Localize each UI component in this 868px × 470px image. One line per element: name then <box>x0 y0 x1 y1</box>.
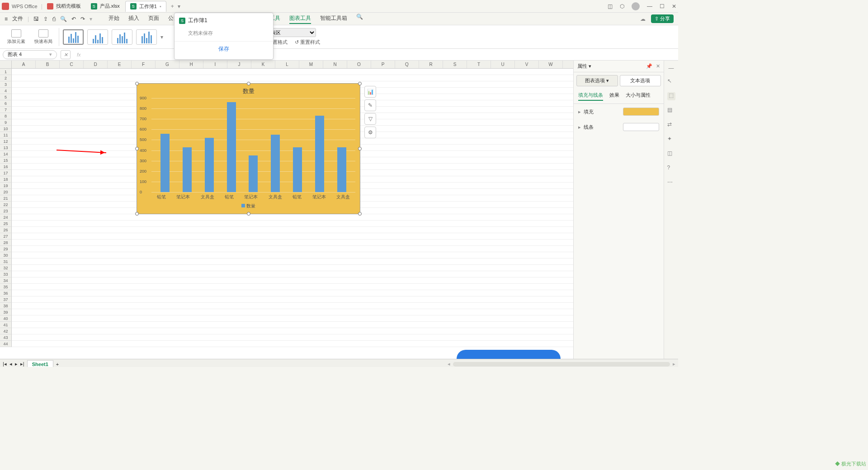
row-header[interactable]: 33 <box>0 271 12 277</box>
row-header[interactable]: 9 <box>0 119 12 126</box>
chart-elements-icon[interactable]: 📊 <box>364 86 376 98</box>
row-header[interactable]: 39 <box>0 309 12 315</box>
fill-line-tab[interactable]: 填充与线条 <box>578 92 603 101</box>
resize-handle[interactable] <box>358 147 362 150</box>
col-header[interactable]: P <box>371 61 395 68</box>
print-icon[interactable]: ⎙ <box>52 16 56 22</box>
row-header[interactable]: 27 <box>0 233 12 240</box>
tab-menu-icon[interactable]: • <box>160 4 161 9</box>
add-element-button[interactable]: 添加元素 <box>5 29 28 45</box>
more-icon[interactable]: ▾ <box>90 16 92 22</box>
bar[interactable] <box>271 135 280 192</box>
row-header[interactable]: 44 <box>0 341 12 347</box>
chart-filter-icon[interactable]: ▽ <box>364 113 376 125</box>
row-header[interactable]: 26 <box>0 227 12 233</box>
row-header[interactable]: 32 <box>0 265 12 271</box>
name-box[interactable]: 图表 4▾ <box>3 50 57 59</box>
bar[interactable] <box>337 147 346 192</box>
col-header[interactable]: C <box>60 61 84 68</box>
row-header[interactable]: 17 <box>0 170 12 176</box>
bar[interactable] <box>315 116 324 192</box>
resize-handle[interactable] <box>247 82 250 85</box>
col-header[interactable]: T <box>467 61 491 68</box>
close-panel-icon[interactable]: ✕ <box>656 63 660 69</box>
resize-handle[interactable] <box>247 212 250 216</box>
col-header[interactable]: R <box>419 61 443 68</box>
redo-icon[interactable]: ↷ <box>80 16 85 22</box>
row-header[interactable]: 12 <box>0 138 12 145</box>
sheet-next-icon[interactable]: ▸ <box>15 361 18 367</box>
row-header[interactable]: 22 <box>0 202 12 208</box>
tab-chart-tools[interactable]: 图表工具 <box>289 14 311 24</box>
row-header[interactable]: 3 <box>0 81 12 88</box>
row-header[interactable]: 37 <box>0 296 12 303</box>
expand-icon[interactable]: ▸ <box>578 124 581 130</box>
col-header[interactable]: S <box>443 61 467 68</box>
col-header[interactable]: H <box>179 61 203 68</box>
tab-start[interactable]: 开始 <box>108 14 119 24</box>
chart-style-4[interactable] <box>136 29 157 45</box>
chart-title[interactable]: 数量 <box>137 84 360 97</box>
doc-tab-workbook1[interactable]: S 工作簿1 • <box>125 1 166 12</box>
row-header[interactable]: 5 <box>0 94 12 100</box>
row-header[interactable]: 11 <box>0 132 12 138</box>
bar[interactable] <box>249 155 258 192</box>
more-icon[interactable]: ⋯ <box>667 179 675 187</box>
chart-style-1[interactable] <box>63 29 84 45</box>
tab-list-icon[interactable]: ▾ <box>178 3 180 9</box>
col-header[interactable]: K <box>251 61 275 68</box>
row-header[interactable]: 20 <box>0 189 12 195</box>
sheet-last-icon[interactable]: ▸| <box>20 361 24 367</box>
row-header[interactable]: 7 <box>0 107 12 113</box>
export-icon[interactable]: ⇪ <box>43 16 48 22</box>
resize-handle[interactable] <box>135 82 139 85</box>
col-header[interactable]: O <box>347 61 371 68</box>
row-header[interactable]: 15 <box>0 157 12 164</box>
hamburger-icon[interactable]: ≡ <box>5 16 8 22</box>
row-header[interactable]: 36 <box>0 290 12 296</box>
row-header[interactable]: 29 <box>0 246 12 252</box>
select-all-corner[interactable] <box>0 61 12 68</box>
settings-icon[interactable]: ⬚ <box>667 92 675 100</box>
tools-icon[interactable]: ✦ <box>667 136 675 144</box>
col-header[interactable]: L <box>275 61 299 68</box>
row-header[interactable]: 2 <box>0 75 12 81</box>
line-style-picker[interactable] <box>623 123 659 131</box>
minimize-button[interactable]: — <box>647 3 652 9</box>
new-tab-button[interactable]: + <box>167 3 178 9</box>
row-header[interactable]: 35 <box>0 284 12 290</box>
row-header[interactable]: 34 <box>0 277 12 284</box>
row-header[interactable]: 8 <box>0 113 12 119</box>
hscroll-right-icon[interactable]: ▸ <box>673 361 675 367</box>
col-header[interactable]: N <box>323 61 347 68</box>
row-header[interactable]: 30 <box>0 252 12 258</box>
row-header[interactable]: 4 <box>0 88 12 94</box>
row-header[interactable]: 6 <box>0 100 12 107</box>
col-header[interactable]: V <box>515 61 539 68</box>
resize-handle[interactable] <box>135 147 139 150</box>
col-header[interactable]: I <box>203 61 227 68</box>
row-header[interactable]: 43 <box>0 334 12 341</box>
package-icon[interactable]: ⬡ <box>620 3 624 9</box>
chart-settings-icon[interactable]: ⚙ <box>364 127 376 138</box>
row-header[interactable]: 21 <box>0 195 12 202</box>
row-header[interactable]: 41 <box>0 322 12 328</box>
preview-icon[interactable]: 🔍 <box>60 16 67 22</box>
doc-tab-product[interactable]: S 产品.xlsx <box>86 1 124 12</box>
chart-style-2[interactable] <box>87 29 108 45</box>
col-header[interactable]: G <box>156 61 179 68</box>
layers-icon[interactable]: ▤ <box>667 107 675 115</box>
col-header[interactable]: A <box>12 61 36 68</box>
chart-style-3[interactable] <box>112 29 132 45</box>
hscroll-left-icon[interactable]: ◂ <box>448 361 450 367</box>
sheet-first-icon[interactable]: |◂ <box>3 361 7 367</box>
text-options-tab[interactable]: 文本选项 <box>620 75 661 86</box>
col-header[interactable]: U <box>491 61 515 68</box>
row-header[interactable]: 40 <box>0 315 12 322</box>
expand-icon[interactable]: ▸ <box>578 109 581 114</box>
row-header[interactable]: 38 <box>0 303 12 309</box>
col-header[interactable]: D <box>84 61 108 68</box>
chart-object[interactable]: 数量 0100200300400500600700800900 铅笔笔记本文具盒… <box>137 83 360 214</box>
pin-icon[interactable]: 📌 <box>646 63 652 69</box>
bar[interactable] <box>183 147 192 192</box>
